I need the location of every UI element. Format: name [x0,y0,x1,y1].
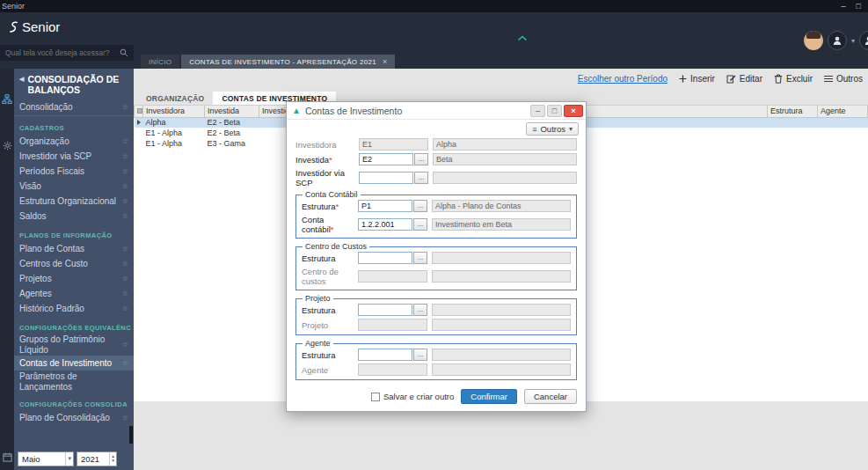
col-investidora[interactable]: Investidora [143,106,205,117]
group-conta-contabil: Conta Contábil Estrutura* ... Conta cont… [295,190,577,239]
sidebar-item-historico-padrao[interactable]: Histórico Padrão☆ [14,301,134,316]
favorite-star-icon[interactable]: ☆ [122,137,128,145]
collapse-header-chevron-icon[interactable] [517,35,528,41]
favorite-star-icon[interactable]: ☆ [122,275,128,283]
window-minimize-button[interactable]: – [842,2,846,11]
agente-estrutura-lookup-button[interactable]: ... [413,349,427,361]
estrutura-label: Estrutura* [302,202,358,211]
edit-button[interactable]: Editar [726,74,762,84]
settings-gear-icon[interactable] [0,137,14,153]
secondary-avatar-icon[interactable] [859,31,868,50]
grid-menu-icon[interactable] [137,108,142,114]
favorite-star-icon[interactable]: ☆ [122,197,128,205]
confirm-button[interactable]: Confirmar [461,389,517,404]
investida-lookup-button[interactable]: ... [414,153,428,165]
sidebar-item-saldos[interactable]: Saldos☆ [14,209,134,224]
favorite-star-icon[interactable]: ☆ [122,212,128,220]
window-maximize-button[interactable]: □ [857,2,861,11]
centro-estrutura-code-input[interactable] [358,252,412,264]
favorite-star-icon[interactable]: ☆ [122,359,128,367]
consolidation-module-icon[interactable] [0,92,14,107]
choose-period-link[interactable]: Escolher outro Período [578,74,667,84]
global-search[interactable] [0,45,134,61]
agente-estrutura-code-input[interactable] [358,349,412,361]
tab-organizacao[interactable]: ORGANIZAÇÃO [137,92,213,105]
sidebar-item-consolidacao[interactable]: Consolidação ☆ [14,99,134,116]
dialog-maximize-button[interactable]: □ [547,105,562,117]
sidebar-item-grupos-do-patrimonio-liquido[interactable]: Grupos do Patrimônio Líquido☆ [14,334,134,356]
sidebar-scrollbar[interactable] [129,426,133,444]
tab-contas-de-investimento-apresentacao[interactable]: CONTAS DE INVESTIMENTO - APRESENTAÇÃO 20… [181,55,395,69]
dialog-others-button[interactable]: ≡ Outros ▾ [526,122,579,136]
others-button[interactable]: Outros [824,74,863,84]
user-avatar[interactable] [804,31,823,50]
grid-corner-cell [135,106,143,117]
col-agente[interactable]: Agente [818,106,868,117]
conta-contabil-code-input[interactable] [358,218,412,231]
month-select[interactable]: Maio ▾ [18,452,74,466]
investida-desc-input [433,153,577,165]
favorite-star-icon[interactable]: ☆ [122,260,128,268]
tab-close-icon[interactable]: × [383,57,388,66]
account-person-icon[interactable] [828,31,847,50]
favorite-star-icon[interactable]: ☆ [122,341,128,349]
favorite-star-icon[interactable]: ☆ [122,245,128,253]
list-icon: ≡ [532,125,536,134]
year-spinner[interactable]: 2021 ▴▾ [77,452,117,466]
favorite-star-icon[interactable]: ☆ [122,290,128,297]
cancel-button[interactable]: Cancelar [524,389,577,404]
account-caret-icon[interactable]: ▾ [851,37,855,45]
favorite-star-icon[interactable]: ☆ [122,414,128,422]
favorite-star-icon[interactable]: ☆ [122,103,128,111]
sidebar: ◀ CONSOLIDAÇÃO DE BALANÇOS Consolidação … [14,69,134,470]
sidebar-item-projetos[interactable]: Projetos☆ [14,271,134,286]
favorite-star-icon[interactable]: ☆ [122,167,128,175]
col-investida[interactable]: Investida [205,106,259,117]
chevron-down-icon[interactable]: ▾ [65,452,73,466]
investida-code-input[interactable] [359,153,413,165]
tab-inicio[interactable]: INÍCIO [141,55,179,69]
projeto-label: Projeto [302,320,358,330]
conta-contabil-lookup-button[interactable]: ... [413,218,427,231]
centro-estrutura-lookup-button[interactable]: ... [413,252,427,264]
dialog-titlebar[interactable]: ▲ Contas de Investimento – □ × [287,102,586,120]
sidebar-item-estrutura-organizacional[interactable]: Estrutura Organizacional☆ [14,194,134,209]
spinner-icons[interactable]: ▴▾ [109,452,116,466]
sidebar-item-investidor-via-scp[interactable]: Investidor via SCP☆ [14,149,134,164]
list-icon [824,75,833,83]
sidebar-item-organizacao[interactable]: Organização☆ [14,134,134,149]
favorite-star-icon[interactable]: ☆ [122,152,128,160]
sidebar-item-contas-de-investimento[interactable]: Contas de Investimento☆ [14,356,134,371]
investidor-via-scp-lookup-button[interactable]: ... [414,172,428,184]
group-conta-contabil-legend: Conta Contábil [303,190,361,199]
favorite-star-icon[interactable]: ☆ [122,182,128,190]
search-input[interactable] [5,48,120,57]
sidebar-item-visao[interactable]: Visão☆ [14,179,134,194]
dialog-close-button[interactable]: × [564,105,583,117]
module-header: ◀ CONSOLIDAÇÃO DE BALANÇOS [14,69,134,99]
investidor-via-scp-code-input[interactable] [359,172,413,184]
conta-estrutura-lookup-button[interactable]: ... [413,200,427,212]
sidebar-item-plano-de-contas[interactable]: Plano de Contas☆ [14,241,134,256]
projeto-estrutura-code-input[interactable] [358,304,412,316]
insert-button[interactable]: Inserir [679,74,715,84]
window-title: Senior [2,2,25,11]
calendar-icon[interactable] [0,449,14,465]
group-projeto-legend: Projeto [303,294,333,303]
save-and-create-checkbox[interactable]: Salvar e criar outro [371,392,454,401]
sidebar-item-centros-de-custo[interactable]: Centros de Custo☆ [14,256,134,271]
sidebar-item-agentes[interactable]: Agentes☆ [14,286,134,301]
agente-estrutura-label: Estrutura [302,350,358,360]
investida-label: Investida* [295,155,359,165]
col-estrutura[interactable]: Estrutura [768,106,818,117]
back-chevron-icon[interactable]: ◀ [19,76,24,95]
checkbox-icon[interactable] [371,393,380,401]
delete-button[interactable]: Excluir [774,74,813,84]
favorite-star-icon[interactable]: ☆ [122,305,128,312]
sidebar-item-plano-de-consolidacao[interactable]: Plano de Consolidação☆ [14,410,134,425]
sidebar-item-parametros-de-lancamentos[interactable]: Parâmetros de Lançamentos [14,371,134,393]
projeto-estrutura-lookup-button[interactable]: ... [413,304,427,316]
dialog-minimize-button[interactable]: – [530,105,545,117]
sidebar-item-periodos-fiscais[interactable]: Períodos Fiscais☆ [14,164,134,179]
conta-estrutura-code-input[interactable] [358,200,412,212]
